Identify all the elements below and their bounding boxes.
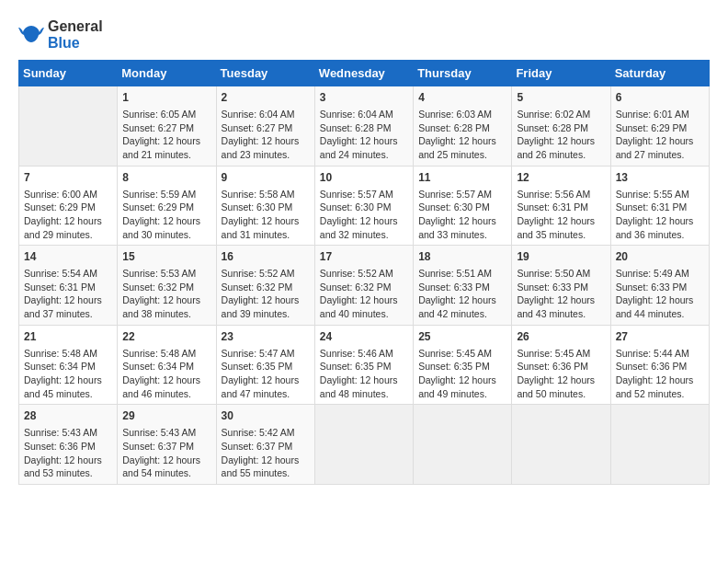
- calendar-cell: 26Sunrise: 5:45 AM Sunset: 6:36 PM Dayli…: [512, 325, 610, 405]
- calendar-header-monday: Monday: [118, 61, 216, 86]
- day-info: Sunrise: 6:05 AM Sunset: 6:27 PM Dayligh…: [122, 108, 210, 162]
- day-info: Sunrise: 5:43 AM Sunset: 6:36 PM Dayligh…: [24, 426, 112, 480]
- calendar-week-row: 21Sunrise: 5:48 AM Sunset: 6:34 PM Dayli…: [19, 325, 710, 405]
- day-info: Sunrise: 5:49 AM Sunset: 6:33 PM Dayligh…: [616, 267, 704, 321]
- calendar-cell: 2Sunrise: 6:04 AM Sunset: 6:27 PM Daylig…: [216, 86, 314, 167]
- day-number: 26: [517, 329, 605, 345]
- day-number: 5: [517, 90, 605, 106]
- day-number: 15: [122, 249, 210, 265]
- day-info: Sunrise: 6:02 AM Sunset: 6:28 PM Dayligh…: [517, 108, 605, 162]
- calendar-cell: 22Sunrise: 5:48 AM Sunset: 6:34 PM Dayli…: [118, 325, 216, 405]
- day-number: 4: [418, 90, 506, 106]
- day-number: 20: [616, 249, 704, 265]
- calendar-week-row: 7Sunrise: 6:00 AM Sunset: 6:29 PM Daylig…: [19, 166, 710, 246]
- calendar-cell: [610, 405, 709, 485]
- logo-bird-icon: [18, 22, 44, 48]
- day-number: 6: [616, 90, 704, 106]
- day-info: Sunrise: 6:00 AM Sunset: 6:29 PM Dayligh…: [24, 188, 112, 242]
- day-number: 30: [222, 408, 310, 424]
- logo-general: General: [48, 18, 103, 35]
- day-number: 8: [122, 170, 210, 186]
- calendar-cell: 10Sunrise: 5:57 AM Sunset: 6:30 PM Dayli…: [314, 166, 413, 246]
- calendar-cell: 3Sunrise: 6:04 AM Sunset: 6:28 PM Daylig…: [314, 86, 413, 167]
- logo-blue: Blue: [48, 35, 103, 52]
- day-number: 13: [616, 170, 704, 186]
- day-info: Sunrise: 5:48 AM Sunset: 6:34 PM Dayligh…: [24, 347, 112, 401]
- day-info: Sunrise: 5:42 AM Sunset: 6:37 PM Dayligh…: [222, 426, 310, 480]
- day-number: 11: [418, 170, 506, 186]
- calendar-cell: 6Sunrise: 6:01 AM Sunset: 6:29 PM Daylig…: [610, 86, 709, 167]
- calendar-cell: 13Sunrise: 5:55 AM Sunset: 6:31 PM Dayli…: [610, 166, 709, 246]
- calendar-week-row: 1Sunrise: 6:05 AM Sunset: 6:27 PM Daylig…: [19, 86, 710, 167]
- day-number: 7: [24, 170, 112, 186]
- day-info: Sunrise: 5:51 AM Sunset: 6:33 PM Dayligh…: [418, 267, 506, 321]
- calendar-cell: 21Sunrise: 5:48 AM Sunset: 6:34 PM Dayli…: [19, 325, 118, 405]
- calendar-header-saturday: Saturday: [610, 61, 709, 86]
- calendar-cell: 19Sunrise: 5:50 AM Sunset: 6:33 PM Dayli…: [512, 246, 610, 326]
- day-number: 21: [24, 329, 112, 345]
- day-info: Sunrise: 6:04 AM Sunset: 6:27 PM Dayligh…: [222, 108, 310, 162]
- day-number: 29: [122, 408, 210, 424]
- calendar-cell: 1Sunrise: 6:05 AM Sunset: 6:27 PM Daylig…: [118, 86, 216, 167]
- page-header: General Blue: [18, 18, 710, 51]
- day-info: Sunrise: 5:53 AM Sunset: 6:32 PM Dayligh…: [122, 267, 210, 321]
- day-number: 24: [320, 329, 408, 345]
- calendar-cell: 15Sunrise: 5:53 AM Sunset: 6:32 PM Dayli…: [118, 246, 216, 326]
- logo: General Blue: [18, 18, 103, 51]
- day-info: Sunrise: 5:48 AM Sunset: 6:34 PM Dayligh…: [122, 347, 210, 401]
- day-number: 19: [517, 249, 605, 265]
- calendar-cell: 18Sunrise: 5:51 AM Sunset: 6:33 PM Dayli…: [414, 246, 512, 326]
- calendar-cell: 8Sunrise: 5:59 AM Sunset: 6:29 PM Daylig…: [118, 166, 216, 246]
- day-number: 16: [222, 249, 310, 265]
- day-info: Sunrise: 5:45 AM Sunset: 6:35 PM Dayligh…: [418, 347, 506, 401]
- calendar-cell: [414, 405, 512, 485]
- calendar-cell: 23Sunrise: 5:47 AM Sunset: 6:35 PM Dayli…: [216, 325, 314, 405]
- calendar-cell: 4Sunrise: 6:03 AM Sunset: 6:28 PM Daylig…: [414, 86, 512, 167]
- calendar-cell: [19, 86, 118, 167]
- calendar-cell: 16Sunrise: 5:52 AM Sunset: 6:32 PM Dayli…: [216, 246, 314, 326]
- day-number: 12: [517, 170, 605, 186]
- calendar-cell: 11Sunrise: 5:57 AM Sunset: 6:30 PM Dayli…: [414, 166, 512, 246]
- calendar-cell: 20Sunrise: 5:49 AM Sunset: 6:33 PM Dayli…: [610, 246, 709, 326]
- calendar-header-wednesday: Wednesday: [314, 61, 413, 86]
- calendar-header-tuesday: Tuesday: [216, 61, 314, 86]
- day-info: Sunrise: 5:50 AM Sunset: 6:33 PM Dayligh…: [517, 267, 605, 321]
- calendar-cell: 27Sunrise: 5:44 AM Sunset: 6:36 PM Dayli…: [610, 325, 709, 405]
- calendar-cell: 25Sunrise: 5:45 AM Sunset: 6:35 PM Dayli…: [414, 325, 512, 405]
- calendar-cell: 28Sunrise: 5:43 AM Sunset: 6:36 PM Dayli…: [19, 405, 118, 485]
- day-info: Sunrise: 5:57 AM Sunset: 6:30 PM Dayligh…: [418, 188, 506, 242]
- calendar-cell: 29Sunrise: 5:43 AM Sunset: 6:37 PM Dayli…: [118, 405, 216, 485]
- day-info: Sunrise: 5:59 AM Sunset: 6:29 PM Dayligh…: [122, 188, 210, 242]
- calendar-cell: 17Sunrise: 5:52 AM Sunset: 6:32 PM Dayli…: [314, 246, 413, 326]
- day-number: 2: [222, 90, 310, 106]
- calendar-cell: 9Sunrise: 5:58 AM Sunset: 6:30 PM Daylig…: [216, 166, 314, 246]
- day-info: Sunrise: 5:43 AM Sunset: 6:37 PM Dayligh…: [122, 426, 210, 480]
- day-info: Sunrise: 5:57 AM Sunset: 6:30 PM Dayligh…: [320, 188, 408, 242]
- calendar-cell: 14Sunrise: 5:54 AM Sunset: 6:31 PM Dayli…: [19, 246, 118, 326]
- day-number: 9: [222, 170, 310, 186]
- calendar-header-friday: Friday: [512, 61, 610, 86]
- day-info: Sunrise: 5:45 AM Sunset: 6:36 PM Dayligh…: [517, 347, 605, 401]
- day-number: 25: [418, 329, 506, 345]
- calendar-table: SundayMondayTuesdayWednesdayThursdayFrid…: [18, 60, 710, 485]
- day-info: Sunrise: 5:56 AM Sunset: 6:31 PM Dayligh…: [517, 188, 605, 242]
- day-number: 1: [122, 90, 210, 106]
- day-info: Sunrise: 5:44 AM Sunset: 6:36 PM Dayligh…: [616, 347, 704, 401]
- day-info: Sunrise: 5:58 AM Sunset: 6:30 PM Dayligh…: [222, 188, 310, 242]
- calendar-week-row: 14Sunrise: 5:54 AM Sunset: 6:31 PM Dayli…: [19, 246, 710, 326]
- day-info: Sunrise: 6:04 AM Sunset: 6:28 PM Dayligh…: [320, 108, 408, 162]
- calendar-cell: 12Sunrise: 5:56 AM Sunset: 6:31 PM Dayli…: [512, 166, 610, 246]
- day-info: Sunrise: 6:01 AM Sunset: 6:29 PM Dayligh…: [616, 108, 704, 162]
- calendar-cell: [314, 405, 413, 485]
- day-info: Sunrise: 6:03 AM Sunset: 6:28 PM Dayligh…: [418, 108, 506, 162]
- day-info: Sunrise: 5:52 AM Sunset: 6:32 PM Dayligh…: [222, 267, 310, 321]
- day-number: 10: [320, 170, 408, 186]
- day-number: 14: [24, 249, 112, 265]
- calendar-cell: [512, 405, 610, 485]
- calendar-header-thursday: Thursday: [414, 61, 512, 86]
- day-info: Sunrise: 5:55 AM Sunset: 6:31 PM Dayligh…: [616, 188, 704, 242]
- calendar-week-row: 28Sunrise: 5:43 AM Sunset: 6:36 PM Dayli…: [19, 405, 710, 485]
- calendar-header-row: SundayMondayTuesdayWednesdayThursdayFrid…: [19, 61, 710, 86]
- day-number: 18: [418, 249, 506, 265]
- day-info: Sunrise: 5:52 AM Sunset: 6:32 PM Dayligh…: [320, 267, 408, 321]
